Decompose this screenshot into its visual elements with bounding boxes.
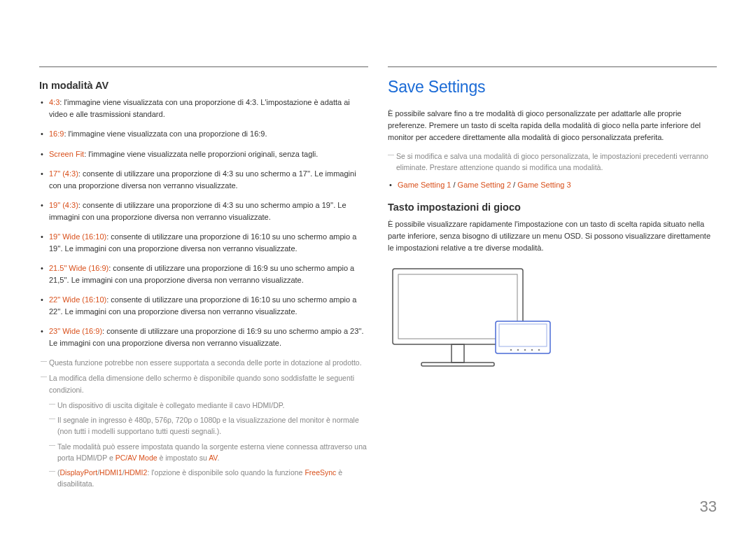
right-notes: Se si modifica e salva una modalità di g… — [388, 150, 717, 174]
notes-block: Questa funzione potrebbe non essere supp… — [39, 357, 368, 490]
note-highlight: AV — [209, 454, 217, 462]
note-highlight: HDMI2 — [125, 468, 148, 477]
option-list: 4:3: l'immagine viene visualizzata con u… — [39, 97, 368, 349]
option-text: : l'immagine viene visualizzata nelle pr… — [84, 150, 318, 158]
section-title: Save Settings — [388, 78, 717, 97]
option-label: 23" Wide (16:9) — [49, 327, 102, 335]
option-label: Screen Fit — [49, 150, 84, 158]
note-text: Un dispositivo di uscita digitale è coll… — [49, 400, 368, 411]
setting-option: Game Setting 3 — [517, 181, 570, 189]
settings-list: Game Setting 1 / Game Setting 2 / Game S… — [388, 179, 717, 191]
option-label: 21.5" Wide (16:9) — [49, 264, 108, 272]
right-column: Save Settings È possibile salvare fino a… — [388, 66, 717, 493]
right-subheading: Tasto impostazioni di gioco — [388, 202, 717, 213]
option-label: 19" (4:3) — [49, 201, 78, 209]
separator: / — [511, 181, 517, 189]
note-highlight: HDMI1 — [99, 468, 122, 477]
list-item: 21.5" Wide (16:9): consente di utilizzar… — [49, 262, 368, 286]
list-item: 22" Wide (16:10): consente di utilizzare… — [49, 294, 368, 317]
option-text: : consente di utilizzare una proporzione… — [49, 169, 356, 190]
svg-point-9 — [531, 349, 533, 351]
svg-rect-4 — [496, 321, 550, 353]
note-segment: . — [217, 454, 219, 462]
page-number: 33 — [700, 498, 717, 516]
svg-rect-2 — [451, 344, 464, 363]
list-item: 4:3: l'immagine viene visualizzata con u… — [49, 97, 368, 120]
sub-notes: Un dispositivo di uscita digitale è coll… — [41, 400, 368, 490]
svg-point-7 — [517, 349, 519, 351]
note-text: La modifica della dimensione dello scher… — [41, 372, 368, 395]
setting-option: Game Setting 1 — [398, 181, 451, 189]
list-item: Screen Fit: l'immagine viene visualizzat… — [49, 148, 368, 160]
monitor-illustration-icon — [392, 268, 553, 380]
svg-point-6 — [510, 349, 512, 351]
note-segment: : l'opzione è disponibile solo quando la… — [147, 468, 304, 477]
option-label: 17" (4:3) — [49, 169, 78, 178]
setting-option: Game Setting 2 — [458, 181, 511, 189]
svg-rect-3 — [421, 363, 494, 366]
list-item: 19" (4:3): consente di utilizzare una pr… — [49, 199, 368, 223]
body-paragraph: È possibile visualizzare rapidamente l'i… — [388, 218, 717, 254]
svg-point-8 — [524, 349, 526, 351]
svg-point-10 — [538, 349, 540, 351]
body-paragraph: È possibile salvare fino a tre modalità … — [388, 108, 717, 143]
list-item: 19" Wide (16:10): consente di utilizzare… — [49, 231, 368, 254]
option-text: : l'immagine viene visualizzata con una … — [49, 98, 350, 118]
option-label: 4:3 — [49, 98, 59, 106]
note-text: Questa funzione potrebbe non essere supp… — [41, 357, 368, 368]
note-segment: è impostato su — [158, 454, 209, 462]
option-label: 19" Wide (16:10) — [49, 232, 106, 241]
note-text: Il segnale in ingresso è 480p, 576p, 720… — [49, 414, 368, 437]
option-label: 16:9 — [49, 129, 64, 138]
option-label: 22" Wide (16:10) — [49, 295, 106, 304]
option-text: : l'immagine viene visualizzata con una … — [64, 129, 267, 138]
note-text: Tale modalità può essere impostata quand… — [49, 441, 368, 464]
note-highlight: FreeSync — [304, 468, 336, 477]
left-heading: In modalità AV — [39, 80, 368, 91]
separator: / — [451, 181, 457, 189]
list-item: 17" (4:3): consente di utilizzare una pr… — [49, 168, 368, 191]
left-column: In modalità AV 4:3: l'immagine viene vis… — [39, 66, 368, 493]
note-highlight: DisplayPort — [60, 468, 98, 477]
note-text: (DisplayPort/HDMI1/HDMI2: l'opzione è di… — [49, 467, 368, 490]
settings-line: Game Setting 1 / Game Setting 2 / Game S… — [398, 179, 717, 191]
note-text: Se si modifica e salva una modalità di g… — [388, 150, 717, 174]
note-highlight: PC/AV Mode — [115, 454, 158, 462]
list-item: 16:9: l'immagine viene visualizzata con … — [49, 128, 368, 140]
list-item: 23" Wide (16:9): consente di utilizzare … — [49, 325, 368, 349]
option-text: : consente di utilizzare una proporzione… — [49, 201, 346, 221]
